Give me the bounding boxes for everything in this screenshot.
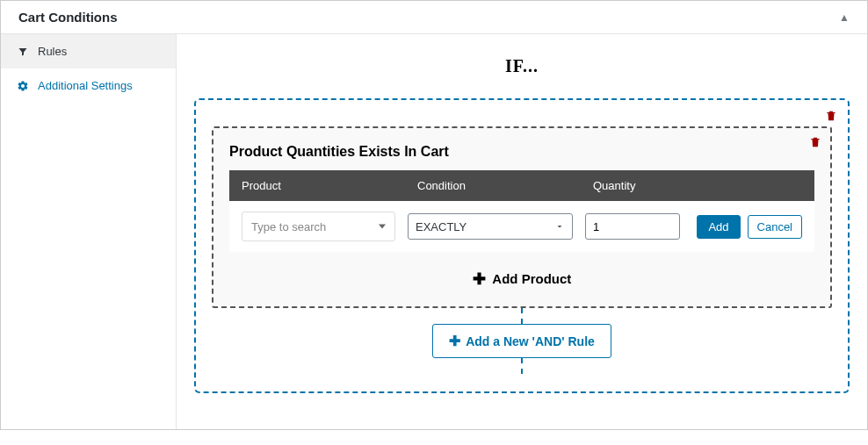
plus-icon: ✚ [449,333,460,349]
panel-title: Cart Conditions [18,10,118,25]
cart-conditions-panel: Cart Conditions ▲ Rules Additional Setti… [0,0,868,430]
rule-title: Product Quantities Exists In Cart [229,144,814,160]
panel-body: Rules Additional Settings IF... [1,34,867,429]
add-and-rule-button[interactable]: ✚ Add a New 'AND' Rule [432,324,611,358]
sidebar: Rules Additional Settings [1,34,177,429]
rule-group: Product Quantities Exists In Cart Produc… [194,98,850,393]
connector-line [521,358,523,374]
col-header-product: Product [242,179,417,192]
add-and-rule-label: Add a New 'AND' Rule [466,334,595,348]
cancel-button[interactable]: Cancel [748,215,802,239]
panel-header: Cart Conditions ▲ [1,1,867,34]
add-product-label: Add Product [492,271,571,286]
sidebar-item-label: Rules [38,45,67,58]
rule-table-header: Product Condition Quantity [229,170,814,201]
quantity-input[interactable] [585,213,680,240]
col-header-quantity: Quantity [593,179,802,192]
collapse-toggle-icon[interactable]: ▲ [839,11,850,24]
connector-line [521,308,523,324]
add-button[interactable]: Add [697,215,740,239]
product-search-select[interactable]: Type to search [242,212,395,241]
delete-group-icon[interactable] [825,109,837,126]
add-product-button[interactable]: ✚ Add Product [229,269,814,289]
plus-icon: ✚ [473,270,486,288]
product-search-placeholder: Type to search [251,220,326,233]
rule-box: Product Quantities Exists In Cart Produc… [212,126,832,308]
rule-table-row: Type to search EXACTLY Add Cancel [229,201,814,252]
sidebar-item-additional-settings[interactable]: Additional Settings [1,68,176,103]
col-header-condition: Condition [417,179,593,192]
main-content: IF... Product Quantities Exists In Cart … [177,34,867,429]
filter-icon [17,47,29,57]
sidebar-item-rules[interactable]: Rules [1,34,176,68]
gear-icon [17,80,29,92]
sidebar-item-label: Additional Settings [38,79,133,92]
condition-select[interactable]: EXACTLY [408,213,573,240]
if-heading: IF... [194,56,850,76]
row-actions: Add Cancel [697,215,802,239]
delete-rule-icon[interactable] [809,135,821,152]
